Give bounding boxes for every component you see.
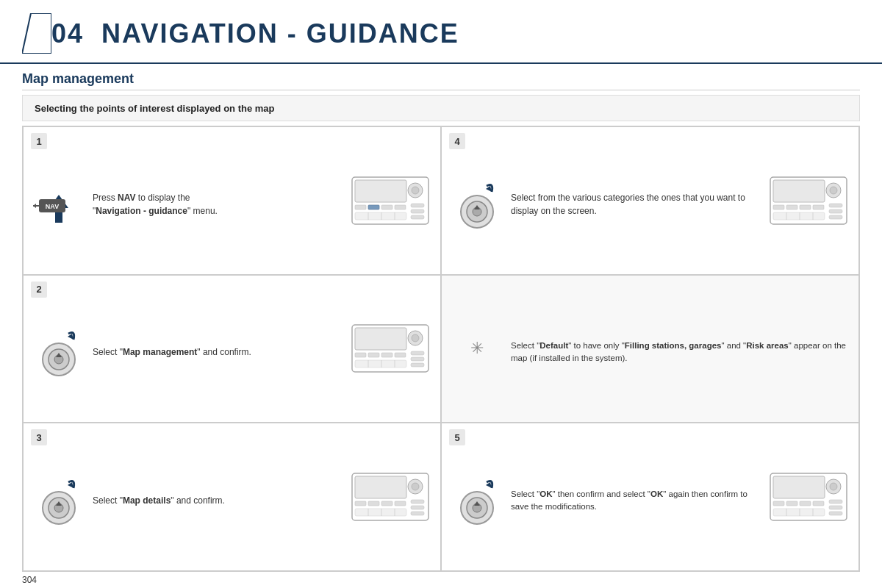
svg-rect-90	[786, 501, 797, 506]
step-2-cell: 2 Select "Map management" and confirm.	[23, 275, 441, 423]
section-title-bar: Map management	[0, 64, 882, 95]
step-2-device	[346, 323, 434, 373]
step-1-cell: 1 NAV Press NAV to	[23, 126, 441, 275]
nav-button-icon: NAV	[33, 187, 85, 227]
step-4-device	[764, 176, 853, 226]
step-3-number: 3	[31, 429, 47, 445]
svg-rect-52	[395, 353, 406, 357]
svg-rect-48	[355, 328, 406, 350]
nav-button-svg: NAV	[33, 187, 85, 224]
page-number: 304	[0, 572, 882, 588]
svg-rect-58	[355, 360, 406, 368]
svg-point-94	[830, 483, 837, 490]
svg-rect-92	[813, 501, 824, 506]
svg-marker-42	[68, 334, 74, 340]
svg-rect-16	[411, 209, 424, 213]
svg-rect-18	[355, 212, 406, 220]
svg-marker-82	[486, 482, 492, 488]
step-3-text: Select "Map details" and confirm.	[88, 494, 346, 507]
device-5-svg	[769, 472, 848, 522]
svg-rect-71	[381, 501, 392, 506]
step-4-icon-area	[448, 179, 506, 230]
dial-2-svg	[35, 326, 83, 378]
step-default-text: Select "Default" to have only "Filling s…	[506, 340, 853, 365]
page-number-text: 304	[22, 575, 37, 585]
svg-rect-38	[773, 212, 825, 220]
svg-rect-8	[355, 205, 366, 209]
svg-rect-91	[800, 501, 811, 506]
dial-3-svg	[35, 475, 83, 526]
page-header: 04 NAVIGATION - GUIDANCE	[0, 0, 882, 64]
svg-rect-51	[381, 353, 392, 357]
page-container: 04 NAVIGATION - GUIDANCE Map management …	[0, 0, 882, 588]
step-5-device	[764, 472, 853, 522]
svg-rect-29	[773, 205, 784, 209]
step-5-number: 5	[449, 429, 465, 445]
svg-rect-70	[368, 501, 379, 506]
step-2-icon-area	[29, 326, 88, 378]
step-2-text: Select "Map management" and confirm.	[88, 345, 346, 359]
page-title-separator	[84, 18, 101, 49]
svg-rect-35	[829, 204, 842, 207]
svg-rect-31	[800, 205, 811, 209]
svg-point-54	[412, 334, 419, 342]
step-1-text: Press NAV to display the"Navigation - gu…	[88, 191, 346, 218]
dial-5-svg	[453, 475, 501, 526]
svg-rect-89	[773, 501, 784, 506]
svg-rect-95	[829, 500, 842, 503]
svg-rect-69	[355, 501, 366, 506]
svg-point-34	[830, 187, 837, 194]
step-5-icon-area	[448, 475, 506, 526]
svg-rect-12	[368, 205, 379, 209]
svg-point-74	[412, 483, 419, 490]
svg-rect-57	[411, 363, 424, 367]
svg-rect-7	[355, 180, 406, 202]
svg-marker-62	[68, 482, 74, 488]
svg-rect-55	[411, 351, 424, 355]
svg-rect-76	[411, 506, 424, 509]
svg-rect-50	[368, 353, 379, 357]
svg-rect-98	[773, 509, 825, 516]
svg-rect-36	[829, 209, 842, 213]
header-slash-icon	[22, 13, 51, 54]
svg-marker-22	[486, 186, 492, 192]
device-1-svg	[351, 176, 430, 226]
svg-rect-32	[813, 205, 824, 209]
step-default-cell: ✳ Select "Default" to have only "Filling…	[441, 275, 859, 423]
steps-grid: 1 NAV Press NAV to	[22, 126, 860, 572]
svg-rect-72	[395, 501, 406, 506]
step-2-number: 2	[31, 282, 47, 298]
svg-rect-78	[355, 509, 406, 516]
step-3-cell: 3 Select "Map details" and confirm.	[23, 423, 441, 571]
step-3-icon-area	[29, 475, 88, 526]
svg-rect-10	[381, 205, 392, 209]
svg-rect-17	[411, 215, 424, 219]
device-4-svg	[769, 176, 848, 226]
dial-4-svg	[453, 179, 501, 230]
step-1-icon-area: NAV	[29, 182, 88, 227]
step-1-device	[346, 176, 434, 226]
svg-rect-30	[786, 205, 797, 209]
svg-rect-11	[395, 205, 406, 209]
subsection-title: Selecting the points of interest display…	[35, 103, 275, 114]
step-4-cell: 4 Select from the various categories the…	[441, 126, 859, 275]
page-title-text: NAVIGATION - GUIDANCE	[101, 18, 459, 49]
svg-rect-56	[411, 357, 424, 361]
step-5-text: Select "OK" then confirm and select "OK"…	[506, 488, 764, 514]
step-5-cell: 5 Select "OK" then confirm and select "O…	[441, 423, 859, 571]
svg-rect-28	[773, 180, 825, 202]
svg-rect-49	[355, 353, 366, 357]
svg-point-14	[412, 187, 419, 194]
svg-text:NAV: NAV	[46, 203, 59, 210]
svg-rect-88	[773, 476, 825, 498]
step-3-device	[346, 472, 434, 522]
svg-rect-37	[829, 215, 842, 219]
svg-rect-75	[411, 500, 424, 503]
svg-marker-5	[33, 204, 36, 208]
svg-rect-77	[411, 512, 424, 515]
svg-rect-15	[411, 204, 424, 207]
svg-rect-96	[829, 506, 842, 509]
svg-rect-68	[355, 476, 406, 498]
device-2-svg	[351, 323, 430, 373]
step-4-text: Select from the various categories the o…	[506, 191, 764, 218]
